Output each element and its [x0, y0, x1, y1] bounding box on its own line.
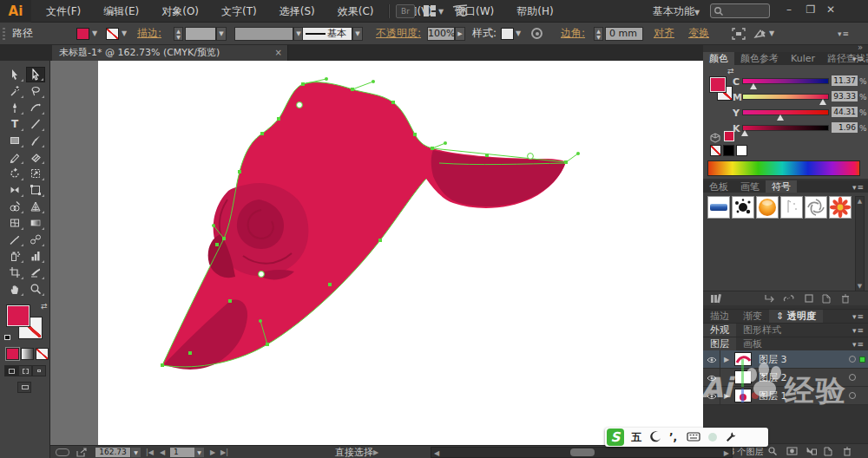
tab-stroke[interactable]: 描边 [703, 310, 736, 323]
swap-fill-stroke-icon[interactable]: ⇄ [41, 302, 48, 311]
arrange-documents-icon[interactable] [424, 5, 436, 16]
tool-symbol-sprayer[interactable] [5, 248, 24, 264]
color-swap-icon[interactable]: ⇄ [727, 67, 734, 75]
tool-scale[interactable] [26, 166, 45, 181]
none-color-swatch[interactable] [710, 145, 721, 156]
sogou-logo[interactable]: S [607, 429, 624, 446]
stroke-width-caret[interactable]: ▼ [216, 27, 227, 41]
expand-layer-icon[interactable]: ▶ [724, 392, 729, 400]
layer-target-icon[interactable] [849, 392, 856, 399]
width-profile-select[interactable] [234, 27, 293, 41]
collapse-panels-icon[interactable]: » [858, 43, 863, 52]
tab-kuler[interactable]: Kuler [785, 52, 821, 65]
tool-zoom[interactable] [26, 281, 45, 297]
select-similar-icon[interactable] [753, 28, 767, 43]
tool-type[interactable]: T [5, 116, 24, 132]
artboard[interactable] [50, 61, 703, 445]
search-input[interactable] [710, 3, 770, 18]
stroke-color-caret[interactable]: ▼ [122, 29, 127, 37]
symbols-panel-menu-icon[interactable]: ▾≡ [852, 183, 865, 192]
channel-m-thumb[interactable] [819, 99, 826, 105]
menu-select[interactable]: 选择(S) [268, 0, 326, 23]
menu-help[interactable]: 帮助(H) [505, 0, 564, 23]
menu-type[interactable]: 文字(T) [210, 0, 268, 23]
draw-inside-button[interactable] [32, 365, 46, 376]
select-similar-caret[interactable]: ▼ [769, 29, 774, 37]
new-symbol-icon[interactable] [821, 293, 832, 306]
scroll-down-icon[interactable]: ▼ [856, 283, 864, 290]
corner-stepper[interactable]: ▲▼ [594, 27, 603, 41]
brush-definition-select[interactable]: 基本 [302, 27, 352, 41]
symbol-sketch-marks[interactable] [780, 196, 803, 219]
canvas-area[interactable] [50, 61, 703, 445]
channel-k-thumb[interactable] [741, 130, 748, 136]
tool-lasso[interactable] [26, 83, 45, 99]
channel-c-value[interactable]: 11.37 [832, 75, 858, 86]
tool-width[interactable] [5, 182, 24, 198]
tab-graphic-styles[interactable]: 图形样式 [736, 324, 788, 337]
control-bar-grip[interactable] [3, 28, 5, 40]
delete-layer-icon[interactable] [842, 446, 852, 458]
tool-hand[interactable] [5, 281, 24, 297]
default-fill-stroke-icon[interactable] [4, 335, 10, 340]
artboard-number-caret[interactable]: ▼ [194, 448, 204, 457]
layer-name[interactable]: 图层 2 [759, 369, 787, 387]
draw-behind-button[interactable] [18, 365, 32, 376]
visibility-eye-icon[interactable] [703, 350, 720, 369]
first-artboard-icon[interactable]: |◀ [146, 446, 154, 458]
tool-selection[interactable] [5, 67, 24, 82]
recolor-artwork-icon[interactable] [531, 28, 542, 39]
symbol-libraries-icon[interactable] [710, 293, 722, 306]
share-icon[interactable] [76, 448, 87, 458]
tool-perspective-grid[interactable] [26, 199, 45, 214]
zoom-level-input[interactable]: 162.73 [95, 448, 130, 457]
color-mode-button[interactable] [6, 348, 19, 360]
gradient-mode-button[interactable] [21, 348, 34, 360]
none-mode-button[interactable] [36, 348, 49, 360]
symbol-red-daisy[interactable] [829, 196, 852, 219]
fill-color-swatch[interactable] [76, 28, 89, 40]
tool-rectangle[interactable] [5, 133, 24, 148]
tab-brushes[interactable]: 画笔 [734, 180, 766, 193]
tab-layers[interactable]: 图层 [703, 337, 736, 350]
channel-y-thumb[interactable] [777, 114, 784, 121]
layer-row-1[interactable]: ▶ 图层 1 [703, 387, 868, 405]
channel-c-thumb[interactable] [750, 83, 757, 89]
tool-magic-wand[interactable] [5, 83, 24, 99]
ime-toolbox-wrench-icon[interactable] [725, 428, 736, 447]
screen-mode-button[interactable] [17, 382, 31, 393]
menu-effect[interactable]: 效果(C) [326, 0, 385, 23]
appearance-panel-menu-icon[interactable]: ▾≡ [852, 326, 865, 335]
symbol-twirl-flower[interactable] [805, 196, 827, 219]
symbol-ink-splat[interactable] [732, 196, 754, 219]
artboard-number-input[interactable]: 1 [170, 448, 194, 457]
control-panel-menu-icon[interactable]: ▾≡ [838, 29, 850, 38]
tool-gradient[interactable] [26, 215, 45, 231]
tool-pen[interactable] [5, 100, 24, 115]
close-button[interactable]: ✕ [821, 0, 840, 19]
arrange-documents-caret[interactable]: ▼ [438, 8, 444, 16]
symbol-options-icon[interactable] [804, 293, 814, 306]
workspace-switcher[interactable]: 基本功能 [653, 0, 694, 23]
scroll-up-icon[interactable]: ▲ [856, 198, 864, 205]
draw-normal-button[interactable] [4, 365, 18, 376]
new-layer-icon[interactable] [823, 446, 833, 458]
brush-definition-caret[interactable]: ▼ [352, 27, 363, 41]
delete-symbol-icon[interactable] [840, 293, 851, 306]
layer-name[interactable]: 图层 3 [759, 350, 787, 369]
channel-m-slider[interactable] [742, 94, 829, 100]
tab-swatches[interactable]: 色板 [703, 180, 734, 193]
tool-free-transform[interactable] [26, 182, 45, 198]
tool-column-graph[interactable] [26, 248, 45, 264]
ime-punctuation-icon[interactable]: ’, [669, 428, 677, 447]
tab-gradient[interactable]: 渐变 [736, 310, 769, 323]
expand-layer-icon[interactable]: ▶ [724, 356, 729, 363]
opacity-value[interactable]: 100% [427, 27, 455, 41]
place-symbol-icon[interactable] [764, 293, 775, 306]
layer-row-3[interactable]: ▶ 图层 3 [703, 350, 868, 369]
corner-value[interactable]: 0 mm [605, 27, 643, 41]
channel-y-slider[interactable] [742, 109, 829, 115]
menu-object[interactable]: 对象(O) [150, 0, 210, 23]
channel-m-value[interactable]: 93.33 [832, 91, 858, 101]
clipping-mask-icon[interactable] [786, 446, 798, 458]
